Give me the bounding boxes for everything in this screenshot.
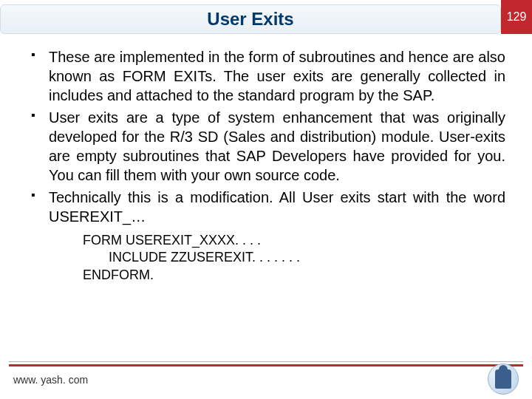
divider-thin (9, 361, 523, 362)
bullet-item: These are implemented in the form of sub… (27, 47, 505, 105)
content-area: These are implemented in the form of sub… (27, 47, 505, 284)
title-bar: User Exits (0, 4, 501, 34)
divider-thick (9, 364, 523, 366)
slide: User Exits 129 These are implemented in … (0, 0, 532, 399)
bullet-item: Technically this is a modification. All … (27, 188, 505, 226)
slide-title: User Exits (207, 9, 293, 30)
logo-icon (495, 369, 511, 389)
page-number-tab: 129 (501, 0, 532, 34)
footer: www. yash. com (0, 355, 532, 399)
code-sample: FORM USEREXIT_XXXX. . . . INCLUDE ZZUSER… (83, 232, 505, 284)
footer-site-url: www. yash. com (13, 374, 88, 386)
bullet-list: These are implemented in the form of sub… (27, 47, 505, 226)
logo-badge (488, 364, 519, 395)
bullet-item: User exits are a type of system enhancem… (27, 108, 505, 185)
